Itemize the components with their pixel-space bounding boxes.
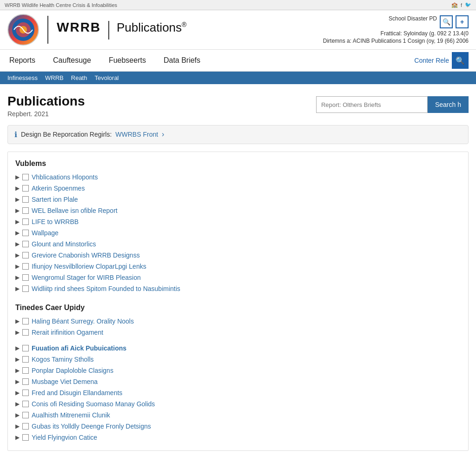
breadcrumb-wrrb[interactable]: WRRB <box>45 74 64 81</box>
arrow-icon[interactable]: ▶ <box>15 329 20 336</box>
checkbox[interactable] <box>22 241 29 247</box>
list-link[interactable]: WEL Bellave isn ofible Report <box>32 207 118 214</box>
list-item: ▶ Ifiunjoy Nesvilblloriew CloparLpgi Len… <box>15 261 461 272</box>
arrow-icon[interactable]: ▶ <box>15 390 20 396</box>
title-area: Publications Repbert. 2021 <box>7 93 85 118</box>
logo-divider <box>47 16 48 44</box>
checkbox[interactable] <box>22 434 29 441</box>
main-content: Publications Repbert. 2021 Search h ℹ De… <box>0 84 476 460</box>
checkbox[interactable] <box>22 345 29 351</box>
list-link[interactable]: Glount and Minstorlics <box>32 240 96 248</box>
page-search-button[interactable]: Search h <box>428 96 469 113</box>
checkbox[interactable] <box>22 185 29 192</box>
search-icon-box[interactable]: 🔍 <box>440 15 453 28</box>
checkbox[interactable] <box>22 401 29 407</box>
arrow-icon[interactable]: ▶ <box>15 434 20 441</box>
list-link[interactable]: Fred and Disugin Ellandaments <box>32 389 122 397</box>
breadcrumb-tevoloral[interactable]: Tevoloral <box>94 74 119 81</box>
page-search-input[interactable] <box>316 96 428 113</box>
nav-search-area: Conter Rele 🔍 <box>414 52 469 69</box>
checkbox[interactable] <box>22 207 29 214</box>
arrow-icon[interactable]: ▶ <box>15 196 20 203</box>
header: WRRB Publications® School Disaster PD 🔍 … <box>0 10 476 50</box>
list-link[interactable]: Ponplar Daploloble Clasigns <box>32 367 113 374</box>
logo-svg <box>12 18 35 41</box>
list-item: ▶ Fuuation afi Aick Pubuications <box>15 343 461 354</box>
nav-reports[interactable]: Reports <box>7 50 37 71</box>
nav-fuebseerts[interactable]: Fuebseerts <box>107 50 148 71</box>
arrow-icon[interactable]: ▶ <box>15 356 20 363</box>
list-link[interactable]: Rerait irifinition Ogament <box>32 329 103 336</box>
checkbox[interactable] <box>22 390 29 396</box>
list-link[interactable]: Gubas its Yolldly Deenge Fronly Detsigns <box>32 423 151 430</box>
arrow-icon[interactable]: ▶ <box>15 378 20 385</box>
list-link[interactable]: Sartert ion Plale <box>32 196 78 203</box>
list-link[interactable]: LIFE to WRRBB <box>32 218 79 225</box>
list-item: ▶ Fred and Disugin Ellandaments <box>15 387 461 398</box>
checkbox[interactable] <box>22 412 29 418</box>
arrow-icon[interactable]: ▶ <box>15 285 20 292</box>
list-link[interactable]: Wallpage <box>32 229 59 237</box>
list-link[interactable]: Musbage Viet Demena <box>32 378 98 385</box>
fuuation-title-link[interactable]: Fuuation afi Aick Pubuications <box>32 344 126 352</box>
checkbox[interactable] <box>22 378 29 385</box>
checkbox[interactable] <box>22 423 29 430</box>
nav-search-button[interactable]: 🔍 <box>452 52 469 69</box>
arrow-icon[interactable]: ▶ <box>15 412 20 418</box>
publications-word: Publications <box>117 20 182 34</box>
info-arrow-icon: › <box>162 130 164 139</box>
arrow-icon[interactable]: ▶ <box>15 274 20 281</box>
list-link[interactable]: Haling Béant Surregy. Orality Nools <box>32 317 134 325</box>
arrow-icon[interactable]: ▶ <box>15 218 20 225</box>
breadcrumb-reath[interactable]: Reath <box>71 74 87 81</box>
arrow-icon[interactable]: ▶ <box>15 252 20 258</box>
arrow-icon[interactable]: ▶ <box>15 207 20 214</box>
checkbox[interactable] <box>22 196 29 203</box>
checkbox[interactable] <box>22 252 29 258</box>
checkbox[interactable] <box>22 218 29 225</box>
plus-icon-box[interactable]: + <box>456 15 469 28</box>
arrow-icon[interactable]: ▶ <box>15 423 20 430</box>
checkbox[interactable] <box>22 174 29 180</box>
list-link[interactable]: Wengromul Stager for WIRB Pleasion <box>32 274 141 281</box>
checkbox[interactable] <box>22 230 29 236</box>
arrow-icon[interactable]: ▶ <box>15 185 20 192</box>
volumes-section-title: Vublems <box>15 159 461 168</box>
logo-circle <box>7 14 39 46</box>
checkbox[interactable] <box>22 263 29 270</box>
arrow-icon[interactable]: ▶ <box>15 318 20 324</box>
list-item: ▶ Atkerin Spoenmes <box>15 183 461 194</box>
nav-data-briefs[interactable]: Data Briefs <box>162 50 202 71</box>
content-area: Vublems ▶ Vhblicaations Hloponts ▶ Atker… <box>7 152 469 451</box>
arrow-icon[interactable]: ▶ <box>15 241 20 247</box>
breadcrumb-infinessess[interactable]: Infinessess <box>7 74 38 81</box>
nav-cauftesuge[interactable]: Cauftesuge <box>51 50 93 71</box>
nav-search-link[interactable]: Conter Rele <box>414 57 449 64</box>
list-link[interactable]: Greviore Cnabonish WRRB Designss <box>32 251 140 259</box>
list-link[interactable]: Aualhisth Mitrenemii Clunik <box>32 411 110 419</box>
list-link[interactable]: Vhblicaations Hloponts <box>32 173 98 181</box>
checkbox[interactable] <box>22 367 29 374</box>
checkbox[interactable] <box>22 274 29 281</box>
checkbox[interactable] <box>22 329 29 336</box>
list-link[interactable]: Ifiunjoy Nesvilblloriew CloparLpgi Lenks <box>32 263 146 270</box>
arrow-icon[interactable]: ▶ <box>15 174 20 180</box>
main-nav: Reports Cauftesuge Fuebseerts Data Brief… <box>0 50 476 72</box>
info-link[interactable]: WWRBS Front <box>115 131 158 138</box>
list-link[interactable]: Atkerin Spoenmes <box>32 185 85 192</box>
list-link[interactable]: Conis ofi Residing Suomaso Manay Golids <box>32 400 155 408</box>
list-link[interactable]: Kogos Taminy Stholls <box>32 356 94 363</box>
checkbox[interactable] <box>22 285 29 292</box>
arrow-icon[interactable]: ▶ <box>15 401 20 407</box>
list-link[interactable]: Widliitp rind shees Spitom Founded to Na… <box>32 285 180 292</box>
arrow-icon[interactable]: ▶ <box>15 263 20 270</box>
arrow-icon[interactable]: ▶ <box>15 367 20 374</box>
info-circle-icon: ℹ <box>14 130 17 139</box>
list-item: ▶ Sartert ion Plale <box>15 194 461 205</box>
checkbox[interactable] <box>22 356 29 363</box>
arrow-icon[interactable]: ▶ <box>15 230 20 236</box>
arrow-icon[interactable]: ▶ <box>15 345 20 351</box>
checkbox[interactable] <box>22 318 29 324</box>
list-item: ▶ Conis ofi Residing Suomaso Manay Golid… <box>15 398 461 410</box>
list-link[interactable]: Yield Flyingvion Catice <box>32 434 97 441</box>
